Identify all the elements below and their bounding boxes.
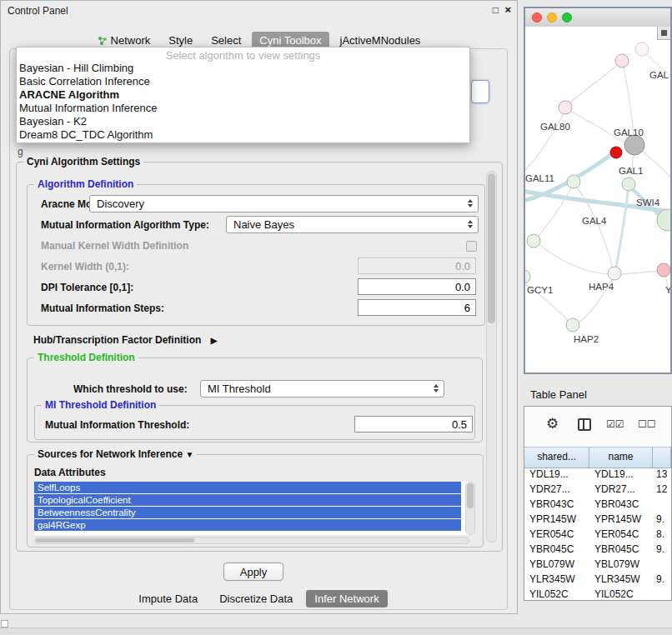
attributes-vertical-scrollbar-thumb[interactable] xyxy=(467,483,474,508)
table-cell[interactable]: YDL19... xyxy=(524,467,589,482)
table-cell[interactable] xyxy=(653,557,671,572)
network-edge[interactable] xyxy=(567,61,622,106)
kernel-width-field[interactable] xyxy=(358,258,476,274)
table-cell[interactable]: YDR27... xyxy=(589,482,653,497)
algorithm-popup-item[interactable]: Bayesian - Hill Climbing xyxy=(17,62,469,75)
network-edge[interactable] xyxy=(535,183,574,240)
network-edge[interactable] xyxy=(525,110,565,177)
table-row[interactable]: YBR043CYBR043C xyxy=(524,497,671,512)
table-cell[interactable]: YBL079W xyxy=(524,557,589,572)
table-cell[interactable]: YPR145W xyxy=(589,512,653,527)
table-row[interactable]: YLR345WYLR345W9. xyxy=(524,572,671,587)
table-cell[interactable]: 8. xyxy=(653,527,671,542)
network-node[interactable] xyxy=(615,54,629,68)
table-cell[interactable]: 9. xyxy=(653,572,671,587)
zoom-traffic-light[interactable] xyxy=(562,12,572,22)
close-icon[interactable]: × xyxy=(504,3,511,16)
dpi-tolerance-field[interactable] xyxy=(358,278,476,295)
table-cell[interactable]: YDL19... xyxy=(589,467,653,482)
network-node[interactable] xyxy=(610,147,622,158)
network-edge[interactable] xyxy=(574,183,614,272)
table-row[interactable]: YBL079WYBL079W xyxy=(524,557,671,572)
float-window-icon[interactable]: □ xyxy=(493,4,499,16)
column-header-shared-name[interactable]: shared... xyxy=(524,448,589,468)
apply-button[interactable]: Apply xyxy=(223,562,283,581)
network-canvas[interactable]: GALGAL80GAL10GAL11GAL1SWI4GAL4GCY1HAP4HA… xyxy=(525,27,670,372)
table-cell[interactable]: YBR045C xyxy=(524,542,589,557)
network-node[interactable] xyxy=(622,178,635,191)
sources-title[interactable]: Sources for Network Inference ▼ xyxy=(34,448,197,460)
table-cell[interactable]: 12 xyxy=(653,482,671,497)
network-node[interactable] xyxy=(525,270,530,283)
network-node[interactable] xyxy=(624,135,644,155)
table-cell[interactable]: YBR043C xyxy=(524,497,589,512)
table-cell[interactable]: YBR045C xyxy=(589,542,653,557)
columns-icon[interactable] xyxy=(578,418,591,431)
table-cell[interactable] xyxy=(653,587,671,600)
network-node[interactable] xyxy=(566,318,579,332)
network-node[interactable] xyxy=(567,175,580,188)
table-row[interactable]: YBR045CYBR045C9. xyxy=(524,542,671,557)
table-cell[interactable]: YBR043C xyxy=(589,497,653,512)
column-header-extra[interactable] xyxy=(653,448,671,468)
algorithm-popup-item[interactable]: Mutual Information Inference xyxy=(17,102,469,115)
attributes-horizontal-scrollbar-thumb[interactable] xyxy=(36,538,194,542)
table-cell[interactable]: YIL052C xyxy=(524,587,589,600)
table-cell[interactable]: YBL079W xyxy=(589,557,653,572)
network-node[interactable] xyxy=(657,209,670,231)
tab-infer-network[interactable]: Infer Network xyxy=(306,590,387,608)
network-edge[interactable] xyxy=(615,185,629,272)
network-node-label: HAP2 xyxy=(574,334,599,344)
hub-tf-definition-toggle[interactable]: Hub/Transcription Factor Definition ▶ xyxy=(33,334,217,346)
manual-kernel-checkbox[interactable] xyxy=(466,241,477,252)
table-row[interactable]: YIL052CYIL052C xyxy=(524,587,671,600)
algorithm-popup-item[interactable]: Basic Correlation Inference xyxy=(17,75,469,88)
network-overview-toggle[interactable] xyxy=(657,27,670,40)
data-attribute-item[interactable]: gal4RGexp xyxy=(34,519,461,531)
table-cell[interactable]: YPR145W xyxy=(524,512,589,527)
mi-type-select[interactable]: Naive Bayes xyxy=(226,216,479,233)
tab-impute-data[interactable]: Impute Data xyxy=(130,590,206,608)
table-row[interactable]: YER054CYER054C8. xyxy=(524,527,671,542)
close-traffic-light[interactable] xyxy=(532,12,542,22)
table-cell[interactable]: 13 xyxy=(653,467,671,482)
table-row[interactable]: YDL19...YDL19...13 xyxy=(524,467,671,482)
table-cell[interactable]: YIL052C xyxy=(589,587,653,600)
which-threshold-select[interactable]: MI Threshold xyxy=(200,380,444,398)
table-cell[interactable]: 9. xyxy=(653,542,671,557)
aracne-mode-select[interactable]: Discovery xyxy=(89,195,479,212)
mi-threshold-field[interactable] xyxy=(354,416,473,432)
settings-vertical-scrollbar-thumb[interactable] xyxy=(488,173,495,323)
table-cell[interactable]: YDR27... xyxy=(524,482,589,497)
data-attribute-item[interactable]: TopologicalCoefficient xyxy=(34,494,461,506)
bottom-corner-box[interactable] xyxy=(1,620,8,628)
network-node[interactable] xyxy=(559,101,572,114)
column-header-name[interactable]: name xyxy=(589,448,653,468)
network-edge[interactable] xyxy=(535,242,614,274)
network-node[interactable] xyxy=(527,234,540,248)
table-cell[interactable]: 9. xyxy=(653,512,671,527)
table-row[interactable]: YPR145WYPR145W9. xyxy=(524,512,671,527)
table-cell[interactable]: YLR345W xyxy=(589,572,653,587)
algorithm-popup-item[interactable]: Dream8 DC_TDC Algorithm xyxy=(17,128,469,142)
data-attribute-item[interactable]: BetweennessCentrality xyxy=(34,507,461,518)
gear-icon[interactable]: ⚙ xyxy=(546,415,559,432)
network-node[interactable] xyxy=(635,42,649,56)
table-cell[interactable]: YER054C xyxy=(589,527,653,542)
algorithm-popup-item[interactable]: Bayesian - K2 xyxy=(17,115,469,128)
control-panel-window: Control Panel □ × Network Style Select C… xyxy=(0,0,518,614)
table-cell[interactable]: YLR345W xyxy=(524,572,589,587)
table-cell[interactable]: YER054C xyxy=(524,527,589,542)
mi-steps-field[interactable] xyxy=(358,299,476,316)
algorithm-popup-item[interactable]: ARACNE Algorithm xyxy=(17,88,469,102)
select-all-columns-icon[interactable]: ☑☑ xyxy=(606,418,624,430)
minimize-traffic-light[interactable] xyxy=(547,12,557,22)
horizontal-scrollbar-track[interactable] xyxy=(0,628,672,635)
table-row[interactable]: YDR27...YDR27...12 xyxy=(524,482,671,497)
network-node[interactable] xyxy=(608,267,621,280)
tab-discretize-data[interactable]: Discretize Data xyxy=(211,590,301,608)
table-cell[interactable] xyxy=(653,497,671,512)
network-node[interactable] xyxy=(657,263,670,277)
data-attribute-item[interactable]: SelfLoops xyxy=(34,482,461,493)
deselect-all-columns-icon[interactable]: ☐☐ xyxy=(638,418,656,430)
